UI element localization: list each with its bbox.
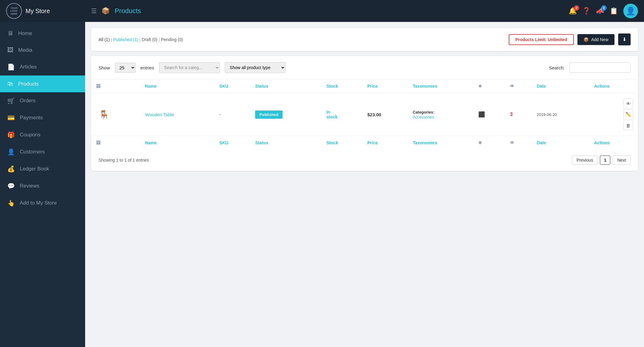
th-sku[interactable]: SKU — [214, 79, 250, 93]
tfoot-share: ❄ — [473, 136, 505, 150]
sidebar-item-payments[interactable]: 💳Payments — [0, 109, 85, 126]
product-name-link[interactable]: Wooden Table — [145, 112, 174, 117]
page-number[interactable]: 1 — [600, 156, 610, 165]
payments-icon: 💳 — [7, 114, 15, 121]
all-filter[interactable]: All (1) — [99, 37, 110, 42]
edit-action-button[interactable]: ✏️ — [623, 110, 633, 119]
sidebar-item-customers[interactable]: 👤Customers — [0, 143, 85, 160]
sidebar-label-orders: Orders — [20, 98, 36, 104]
megaphone-badge: 0 — [601, 5, 607, 11]
sidebar-item-reviews[interactable]: 💬Reviews — [0, 177, 85, 195]
th-name[interactable]: Name — [140, 79, 214, 93]
megaphone-button[interactable]: 📣 0 — [596, 7, 604, 15]
tfoot-date[interactable]: Date — [532, 136, 589, 150]
entries-select[interactable]: 25 50 100 — [115, 63, 136, 73]
top-nav: YOUR LOGO HERE My Store ☰ 📦 Products 🔔 0… — [0, 0, 644, 22]
count-badge: 3 — [510, 112, 513, 117]
view-action-button[interactable]: 👁 — [623, 99, 633, 108]
clipboard-button[interactable]: 📋 — [610, 7, 618, 15]
published-filter[interactable]: Published (1) — [113, 37, 138, 42]
product-status-cell: Published — [250, 93, 321, 136]
addtostore-icon: 👆 — [7, 199, 15, 207]
category-select[interactable]: Search for a categ... — [159, 62, 220, 73]
search-input[interactable] — [570, 62, 631, 73]
sidebar-label-coupons: Coupons — [20, 132, 40, 138]
sidebar-item-coupons[interactable]: 🎁Coupons — [0, 126, 85, 143]
table-header-row: 🖼 Name SKU Status Stock Price Taxonomies… — [91, 79, 638, 93]
add-new-icon: 📦 — [583, 37, 589, 42]
sidebar-item-products[interactable]: 🛍Products — [0, 75, 85, 92]
sidebar-item-orders[interactable]: 🛒Orders — [0, 92, 85, 109]
coupons-icon: 🎁 — [7, 131, 15, 138]
next-button[interactable]: Next — [613, 156, 631, 165]
search-label: Search: — [549, 65, 565, 70]
th-date[interactable]: Date — [532, 79, 589, 93]
previous-button[interactable]: Previous — [572, 156, 597, 165]
draft-filter[interactable]: Draft (0) — [142, 37, 157, 42]
th-price[interactable]: Price — [362, 79, 408, 93]
sidebar-label-addtostore: Add to My Store — [20, 200, 57, 206]
media-icon: 🖼 — [7, 47, 13, 54]
pagination: Previous 1 Next — [572, 156, 631, 165]
products-card: Show 25 50 100 entries Search for a cate… — [91, 56, 638, 171]
pagination-bar: Showing 1 to 1 of 1 entries Previous 1 N… — [91, 149, 638, 171]
product-actions-cell: 👁 ✏️ 🗑 — [589, 93, 638, 136]
tfoot-stock[interactable]: Stock — [322, 136, 362, 150]
status-badge: Published — [255, 110, 282, 119]
th-actions: Actions — [589, 79, 638, 93]
sidebar-item-media[interactable]: 🖼Media — [0, 42, 85, 58]
cube-icon: ⬛ — [478, 111, 485, 117]
th-share-icon: ❄ — [473, 79, 505, 93]
notifications-button[interactable]: 🔔 0 — [569, 7, 577, 15]
product-image-cell: 🪑 — [91, 93, 140, 136]
showing-text: Showing 1 to 1 of 1 entries — [99, 158, 149, 163]
product-sku-cell: - — [214, 93, 250, 136]
delete-action-button[interactable]: 🗑 — [623, 121, 633, 130]
sidebar-label-reviews: Reviews — [20, 183, 39, 189]
product-stock-cell: Instock — [322, 93, 362, 136]
sidebar-label-products: Products — [18, 81, 39, 87]
category-value: Accessories — [413, 115, 434, 119]
sidebar-item-addtostore[interactable]: 👆Add to My Store — [0, 195, 85, 212]
th-stock[interactable]: Stock — [322, 79, 362, 93]
download-button[interactable]: ⬇ — [618, 33, 631, 45]
price-value: $23.00 — [367, 112, 381, 117]
logo-circle: YOUR LOGO HERE — [6, 3, 22, 19]
home-icon: 🖥 — [7, 30, 13, 37]
limit-button[interactable]: Products Limit: Unlimited — [509, 34, 574, 45]
hamburger-icon[interactable]: ☰ — [91, 7, 97, 15]
category-label: Categories: — [413, 110, 435, 114]
tfoot-sku[interactable]: SKU — [214, 136, 250, 150]
type-select[interactable]: Show all product type — [225, 62, 286, 73]
filter-bar: All (1) | Published (1) | Draft (0) | Pe… — [91, 28, 638, 51]
sidebar-item-ledger[interactable]: 💰Ledger Book — [0, 160, 85, 177]
nav-title: Products — [115, 7, 141, 15]
tfoot-view: 👁 — [505, 136, 532, 150]
filter-right: Products Limit: Unlimited 📦 Add New ⬇ — [509, 33, 631, 45]
product-taxonomy-cell: Categories: Accessories — [408, 93, 473, 136]
articles-icon: 📄 — [7, 63, 15, 71]
table-row: 🪑 Wooden Table - Published Instock $23.0… — [91, 93, 638, 136]
add-new-button[interactable]: 📦 Add New — [577, 34, 615, 45]
th-taxonomies[interactable]: Taxonomies — [408, 79, 473, 93]
product-name-cell: Wooden Table — [140, 93, 214, 136]
product-image: 🪑 — [96, 108, 112, 121]
tfoot-status[interactable]: Status — [250, 136, 321, 150]
stock-value: Instock — [327, 110, 338, 119]
entries-label: entries — [140, 65, 154, 70]
ledger-icon: 💰 — [7, 165, 15, 173]
sidebar-item-home[interactable]: 🖥Home — [0, 25, 85, 42]
tfoot-name[interactable]: Name — [140, 136, 214, 150]
main-content: All (1) | Published (1) | Draft (0) | Pe… — [85, 22, 644, 347]
th-status[interactable]: Status — [250, 79, 321, 93]
tfoot-price[interactable]: Price — [362, 136, 408, 150]
user-avatar[interactable]: 👤 — [623, 4, 638, 18]
sidebar-item-articles[interactable]: 📄Articles — [0, 58, 85, 75]
products-table: 🖼 Name SKU Status Stock Price Taxonomies… — [91, 79, 638, 149]
tfoot-taxonomies[interactable]: Taxonomies — [408, 136, 473, 150]
help-button[interactable]: ❓ — [582, 7, 590, 15]
pending-filter[interactable]: Pending (0) — [161, 37, 183, 42]
product-date-cell: 2019-06-20 — [532, 93, 589, 136]
sidebar-label-ledger: Ledger Book — [20, 166, 49, 172]
actions-column: 👁 ✏️ 🗑 — [594, 98, 633, 131]
